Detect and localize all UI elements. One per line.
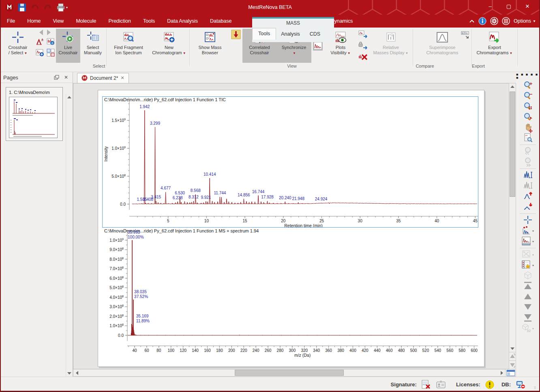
redo-icon[interactable]: [43, 3, 52, 11]
fit-intensity-icon[interactable]: ▼: [516, 226, 539, 236]
options-button[interactable]: Options▼: [514, 18, 536, 24]
lock-plot-icon[interactable]: [358, 41, 368, 51]
live-crosshair-button[interactable]: LiveCrosshair: [56, 29, 80, 63]
export-chromatograms-button[interactable]: ExportChromatograms▼: [473, 29, 516, 63]
mass-analysis-icon[interactable]: 6: [46, 37, 56, 47]
svg-text:4.0×108: 4.0×108: [109, 295, 124, 300]
data-table-icon[interactable]: ▼: [516, 260, 539, 271]
svg-text:6: 6: [51, 41, 53, 45]
predict-spectrum-icon[interactable]: ±: [35, 37, 45, 47]
next-page-button[interactable]: [509, 360, 516, 369]
collapse-ribbon-icon[interactable]: [469, 19, 475, 23]
full-spectrum-icon[interactable]: [516, 170, 539, 181]
compare-spectra-icon[interactable]: [461, 30, 470, 40]
send-to-back-icon[interactable]: [516, 313, 539, 323]
mass-subtab-cds[interactable]: CDS: [305, 29, 325, 40]
move-backward-icon[interactable]: [516, 302, 539, 313]
bring-to-front-icon[interactable]: [516, 281, 539, 292]
menu-item-molecule[interactable]: Molecule: [70, 15, 102, 28]
crosshair-tool-icon[interactable]: [516, 215, 539, 226]
new-chromatogram-button[interactable]: NewChromatogram▼: [150, 29, 189, 63]
db-disconnected-icon[interactable]: [516, 380, 525, 389]
undo-icon[interactable]: [30, 3, 39, 11]
menu-item-tools[interactable]: Tools: [137, 15, 161, 28]
document-tab[interactable]: Document 2* ✕: [77, 73, 129, 83]
scroll-up-icon[interactable]: [66, 94, 73, 100]
vertical-scroll-thumb[interactable]: [510, 92, 515, 197]
maximize-button[interactable]: ▢: [499, 0, 518, 12]
align-plots-icon[interactable]: [46, 48, 56, 58]
mass-spectrum-chart[interactable]: 0.01.0×1082.0×1083.0×1084.0×1085.0×1086.…: [103, 228, 478, 361]
mass-subtab-tools[interactable]: Tools: [252, 28, 276, 40]
scroll-up-icon[interactable]: [509, 83, 516, 90]
print-dropdown-icon[interactable]: ▾: [66, 6, 68, 9]
scroll-down-icon[interactable]: [509, 345, 516, 352]
save-icon[interactable]: [18, 3, 26, 12]
document-page[interactable]: 0.05.0×1081.0×1091.5×1095101520253035404…: [98, 90, 484, 367]
menu-item-data-analysis[interactable]: Data Analysis: [161, 15, 204, 28]
svg-text:0.0: 0.0: [120, 202, 126, 207]
manual-zoom-icon[interactable]: [516, 112, 539, 122]
peak-label: 3.415: [151, 195, 161, 199]
page-list-item[interactable]: 1. C:\MnovaDemo\m: [6, 87, 63, 141]
vertical-scrollbar[interactable]: [509, 83, 516, 369]
close-button[interactable]: ✕: [518, 0, 537, 12]
crosshair-select-button[interactable]: Crosshair/ Select▼: [2, 29, 34, 63]
next-page-button[interactable]: [47, 30, 51, 35]
palette-drag-handle[interactable]: ■ ■ ■ ■ ■ ■: [516, 73, 539, 79]
app-title: MestReNova BETA: [248, 4, 291, 10]
move-forward-icon[interactable]: [516, 292, 539, 302]
horizontal-scrollbar[interactable]: [73, 369, 516, 377]
select-manually-button[interactable]: SelectManually: [80, 29, 105, 63]
find-fragment-ion-spectrum-button[interactable]: Find FragmentIon Spectrum: [107, 29, 150, 63]
scroll-left-icon[interactable]: [73, 369, 80, 376]
tic-chromatogram-chart[interactable]: 0.05.0×1081.0×1091.5×1095101520253035404…: [103, 97, 478, 227]
mnova-logo-icon[interactable]: [5, 3, 14, 12]
float-panel-icon[interactable]: [54, 75, 62, 80]
sync-spectrum-icon[interactable]: [313, 41, 323, 51]
page-layout-icon[interactable]: [505, 369, 516, 376]
info-icon[interactable]: [478, 17, 486, 25]
horizontal-scroll-thumb[interactable]: [235, 370, 343, 376]
close-panel-icon[interactable]: ✕: [62, 75, 70, 80]
pan-icon[interactable]: [516, 122, 539, 133]
zoom-page-icon[interactable]: [516, 133, 539, 143]
signature-invalid-icon[interactable]: [422, 380, 431, 389]
menu-item-prediction[interactable]: Prediction: [102, 15, 137, 28]
menu-item-view[interactable]: View: [47, 15, 70, 28]
menu-item-home[interactable]: Home: [21, 15, 47, 28]
decrease-intensity-icon[interactable]: [516, 202, 539, 212]
relative-masses-display-button[interactable]: +1 RelativeMasses Display▼: [370, 29, 412, 63]
menu-item-file[interactable]: File: [1, 15, 21, 28]
mass-subtab-analysis[interactable]: Analysis: [276, 29, 305, 40]
zoom-in-icon[interactable]: +: [516, 80, 539, 91]
zoom-out-icon[interactable]: −: [516, 91, 539, 101]
import-ms-data-icon[interactable]: [231, 30, 241, 39]
pages-scrollbar[interactable]: [66, 94, 73, 377]
add-trace-icon[interactable]: [35, 48, 45, 58]
document-canvas[interactable]: 0.05.0×1081.0×1091.5×1095101520253035404…: [73, 83, 509, 369]
svg-text:45: 45: [473, 219, 478, 223]
license-warning-icon[interactable]: [485, 380, 494, 389]
signature-id-icon[interactable]: [436, 380, 446, 389]
help-book-icon[interactable]: [502, 17, 510, 25]
increase-intensity-icon[interactable]: [516, 191, 539, 202]
svg-text:420: 420: [362, 348, 369, 353]
scroll-right-icon[interactable]: [498, 369, 505, 376]
gear-icon[interactable]: [490, 17, 498, 25]
previous-page-button[interactable]: [39, 30, 43, 35]
menu-item-database[interactable]: Database: [204, 15, 238, 28]
previous-page-button[interactable]: [509, 352, 516, 360]
zoom-selection-icon[interactable]: [516, 101, 539, 112]
send-plot-icon[interactable]: [358, 30, 368, 39]
tab-close-icon[interactable]: ✕: [120, 75, 124, 81]
menubar: FileHomeViewMoleculePredictionToolsData …: [1, 15, 539, 28]
superimpose-chromatograms-button[interactable]: SuperimposeChromatograms: [414, 29, 471, 63]
stacked-plots-icon[interactable]: ▼: [516, 236, 539, 247]
minimize-button[interactable]: –: [481, 0, 499, 12]
show-mass-browser-button[interactable]: Show MassBrowser: [191, 29, 229, 63]
print-icon[interactable]: ▾: [56, 3, 68, 12]
resize-grip[interactable]: ⠿: [534, 386, 537, 390]
scroll-down-icon[interactable]: [66, 370, 73, 377]
delete-plot-icon[interactable]: [358, 52, 368, 62]
